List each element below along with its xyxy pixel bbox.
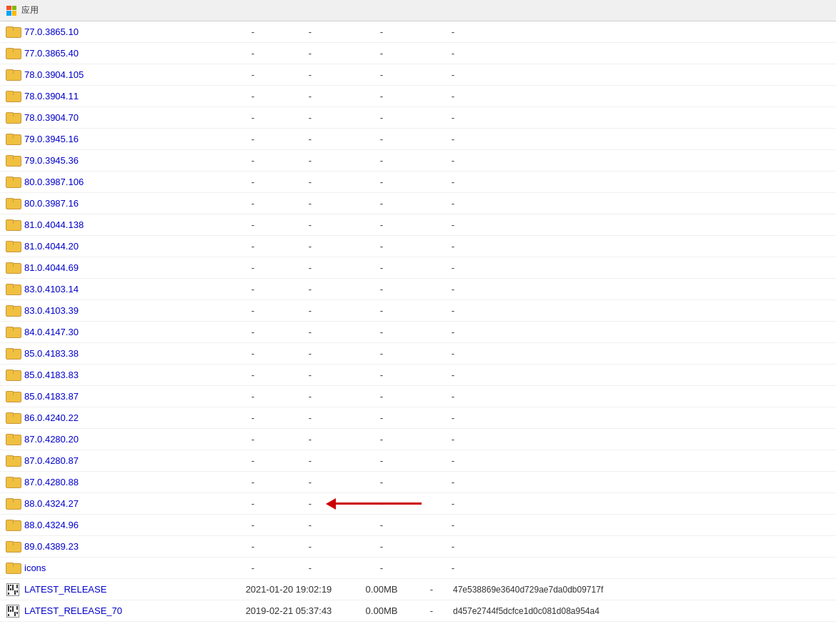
col-hash: - [424,498,482,509]
col-hash: - [424,412,482,423]
col-hash: - [424,348,482,359]
folder-name[interactable]: 87.0.4280.88 [24,477,224,487]
folder-name[interactable]: 85.0.4183.87 [24,391,224,402]
folder-row: 83.0.4103.14---- [0,279,836,300]
folder-name[interactable]: 81.0.4044.20 [24,241,224,252]
col-extra: - [339,370,424,380]
col-date: - [224,348,282,359]
col-date: - [224,177,282,187]
col-extra: - [339,348,424,359]
col-size: - [282,134,339,144]
folder-name[interactable]: 77.0.3865.40 [24,48,224,59]
col-size: - [282,284,339,294]
folder-icon [6,132,20,147]
folder-name[interactable]: 83.0.4103.39 [24,305,224,316]
file-hash: 47e538869e3640d729ae7da0db09717f [453,585,667,595]
col-size: - [282,434,339,445]
col-date: - [224,262,282,273]
file-date: 2019-02-21 05:37:43 [224,605,353,616]
folder-name[interactable]: 85.0.4183.38 [24,348,224,359]
col-date: - [224,498,282,509]
col-size: - [282,520,339,530]
folder-icon [6,68,20,82]
col-extra: - [339,391,424,402]
col-size: - [282,262,339,273]
folder-name[interactable]: 79.0.3945.36 [24,155,224,166]
col-size: - [282,26,339,37]
col-hash: - [424,91,482,101]
folder-row: 80.0.3987.106---- [0,172,836,193]
col-size: - [282,327,339,337]
col-size: - [282,455,339,466]
folder-icon [6,239,20,254]
folder-row: 87.0.4280.88---- [0,472,836,493]
folder-name[interactable]: 77.0.3865.10 [24,26,224,37]
col-hash: - [424,177,482,187]
folder-name[interactable]: 78.0.3904.105 [24,69,224,80]
folder-name[interactable]: 86.0.4240.22 [24,412,224,423]
folder-name[interactable]: 81.0.4044.69 [24,262,224,273]
folder-name[interactable]: 78.0.3904.11 [24,91,224,101]
col-hash: - [424,455,482,466]
folder-icon [6,518,20,532]
col-date: - [224,69,282,80]
col-size: - [282,563,339,573]
col-size: - [282,348,339,359]
col-extra: - [339,91,424,101]
folder-icon [6,475,20,490]
folder-icon [6,111,20,125]
folder-icon [6,432,20,447]
file-size: 0.00MB [353,584,410,595]
folder-row: 83.0.4103.39---- [0,300,836,322]
folder-icon [6,497,20,511]
col-date: - [224,520,282,530]
col-date: - [224,198,282,209]
folder-name[interactable]: 80.0.3987.16 [24,198,224,209]
col-extra: - [339,219,424,230]
folder-name[interactable]: 78.0.3904.70 [24,112,224,123]
col-hash: - [424,262,482,273]
col-size: - [282,477,339,487]
title-bar: 应用 [0,0,836,21]
folder-name[interactable]: 81.0.4044.138 [24,219,224,230]
folder-name[interactable]: 80.0.3987.106 [24,177,224,187]
col-extra: - [339,520,424,530]
col-date: - [224,541,282,552]
col-extra: - [339,284,424,294]
col-hash: - [424,241,482,252]
folder-icon [6,347,20,361]
folder-name[interactable]: 85.0.4183.83 [24,370,224,380]
col-extra: - [339,434,424,445]
folder-icon [6,304,20,318]
file-size: 0.00MB [353,605,410,616]
col-extra: - [339,305,424,316]
folder-row: 88.0.4324.96---- [0,515,836,536]
col-date: - [224,305,282,316]
folder-name[interactable]: 84.0.4147.30 [24,327,224,337]
col-extra: - [339,541,424,552]
folder-icon [6,261,20,275]
col-hash: - [424,434,482,445]
file-name[interactable]: LATEST_RELEASE [24,584,224,595]
folder-name[interactable]: icons [24,563,224,573]
folder-icon [6,25,20,39]
col-size: - [282,69,339,80]
col-hash: - [424,26,482,37]
folder-name[interactable]: 88.0.4324.96 [24,520,224,530]
col-extra: - [339,563,424,573]
file-hash: d457e2744f5dcfce1d0c081d08a954a4 [453,606,667,616]
folder-name[interactable]: 83.0.4103.14 [24,284,224,294]
folder-name[interactable]: 87.0.4280.20 [24,434,224,445]
folder-row: 78.0.3904.11---- [0,86,836,107]
folder-name[interactable]: 89.0.4389.23 [24,541,224,552]
folder-name[interactable]: 87.0.4280.87 [24,455,224,466]
col-hash: - [424,219,482,230]
folder-name[interactable]: 79.0.3945.16 [24,134,224,144]
folder-icon [6,282,20,297]
col-extra: - [339,412,424,423]
file-name[interactable]: LATEST_RELEASE_70 [24,605,224,616]
col-date: - [224,477,282,487]
folder-name[interactable]: 88.0.4324.27 [24,498,224,509]
folder-row: 88.0.4324.27---- [0,493,836,515]
col-size: - [282,198,339,209]
